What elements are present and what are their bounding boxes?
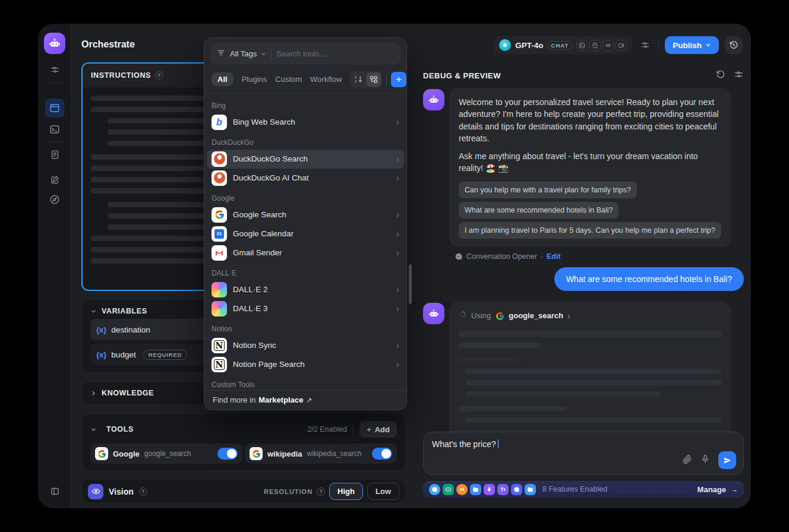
tab-all[interactable]: All xyxy=(212,72,233,86)
bot-message-bubble: Welcome to your personalized travel serv… xyxy=(449,88,731,247)
compass-icon[interactable] xyxy=(45,190,64,209)
help-icon[interactable]: ? xyxy=(317,487,325,496)
create-tool-button[interactable] xyxy=(391,72,406,87)
tool-row-dalle-2[interactable]: DALL·E 2 xyxy=(207,280,404,299)
sidebar xyxy=(38,24,71,508)
filter-icon xyxy=(217,49,225,59)
loading-skeleton xyxy=(459,331,722,423)
marketplace-link[interactable]: Marketplace xyxy=(258,395,303,404)
suggestion-pill[interactable]: I am planning travel to Paris for 5 days… xyxy=(459,222,721,239)
tool-call-name: google_search xyxy=(509,311,563,322)
message-input[interactable]: What's the price? xyxy=(432,439,735,449)
tools-header[interactable]: TOOLS 2/2 Enabled Add xyxy=(90,421,397,438)
wikipedia-toggle[interactable] xyxy=(372,448,392,460)
tab-workflow[interactable]: Workflow xyxy=(310,75,342,84)
app-logo-robot-icon xyxy=(44,33,65,54)
all-tags-dropdown[interactable]: All Tags xyxy=(230,49,266,58)
tool-row-google-search[interactable]: Google Search xyxy=(207,205,404,224)
tool-row-notion-sync[interactable]: N Notion Sync xyxy=(207,336,404,355)
version-history-icon[interactable] xyxy=(725,36,743,54)
video-icon xyxy=(616,40,627,51)
text-caret xyxy=(498,439,499,448)
tool-chip-wikipedia[interactable]: wikipedia wikipedia_search xyxy=(245,444,397,464)
document-icon xyxy=(589,40,601,51)
google-icon xyxy=(212,207,227,223)
view-toggle-group: AZ xyxy=(350,71,382,88)
scrollbar[interactable] xyxy=(409,264,412,304)
bot-message: Welcome to your personalized travel serv… xyxy=(423,88,744,247)
chat-bubble-icon xyxy=(455,252,463,261)
popup-tool-list: Bing b Bing Web Search DuckDuckGo DuckDu… xyxy=(204,93,406,390)
group-label: Bing xyxy=(212,102,399,110)
tab-custom[interactable]: Custom xyxy=(275,75,302,84)
sidebar-divider xyxy=(46,83,64,83)
chevron-down-icon xyxy=(90,426,97,433)
tools-popup: All Tags All Plugins Custom Workflow AZ xyxy=(204,37,407,410)
help-icon[interactable]: ? xyxy=(155,71,163,80)
sidebar-divider xyxy=(46,141,64,142)
header-separator xyxy=(658,40,659,50)
group-view-icon[interactable] xyxy=(367,72,381,87)
files-feature-icon xyxy=(470,484,481,495)
layout-settings-icon[interactable] xyxy=(638,38,652,52)
using-label: Using xyxy=(471,311,491,322)
tool-chip-google[interactable]: Google google_search xyxy=(90,444,242,464)
tool-call-bubble: Using google_search › xyxy=(449,302,731,450)
popup-footer: Find more in Marketplace ↗ xyxy=(204,390,406,410)
microphone-icon[interactable] xyxy=(700,454,710,466)
group-label: DALL·E xyxy=(212,269,399,277)
flash-chat-feature-icon xyxy=(511,484,522,495)
app-window: Orchestrate GPT-4o CHAT Publish xyxy=(38,24,751,508)
welcome-paragraph: Ask me anything about travel - let's tur… xyxy=(459,150,722,175)
tools-section: TOOLS 2/2 Enabled Add Google google_sear… xyxy=(81,413,406,471)
resolution-low-button[interactable]: Low xyxy=(367,483,399,500)
chat-feature-icon xyxy=(429,484,440,495)
suggestion-pill[interactable]: Can you help me with a travel plan for f… xyxy=(459,182,637,198)
restart-chat-icon[interactable] xyxy=(715,69,725,82)
suggestion-pill[interactable]: What are some recommended hotels in Bali… xyxy=(459,202,618,218)
publish-button[interactable]: Publish xyxy=(665,36,719,54)
help-icon[interactable]: ? xyxy=(139,487,147,496)
terminal-icon[interactable] xyxy=(45,120,64,139)
google-calendar-icon: 31 xyxy=(212,226,227,242)
edit-opener-link[interactable]: Edit xyxy=(547,252,561,261)
resolution-high-button[interactable]: High xyxy=(329,483,363,500)
chat-settings-icon[interactable] xyxy=(734,69,744,82)
required-badge: REQUIRED xyxy=(143,350,188,360)
features-count-label: 8 Features Enabled xyxy=(542,485,607,493)
attach-paperclip-icon[interactable] xyxy=(682,454,692,467)
compose-icon[interactable] xyxy=(45,170,64,189)
group-label: Notion xyxy=(212,325,399,333)
sort-az-icon[interactable]: AZ xyxy=(351,72,365,87)
group-label: DuckDuckGo xyxy=(212,138,399,147)
google-toggle[interactable] xyxy=(217,448,238,460)
document-icon[interactable] xyxy=(45,145,64,164)
model-selector[interactable]: GPT-4o CHAT xyxy=(494,36,632,54)
send-button[interactable] xyxy=(718,451,736,469)
add-tool-button[interactable]: Add xyxy=(359,421,397,438)
chat-input[interactable]: What's the price? xyxy=(423,432,744,475)
conversation-opener-row: Conversation Opener · Edit xyxy=(455,252,744,261)
tool-row-bing-web-search[interactable]: b Bing Web Search xyxy=(207,113,404,132)
tool-row-dalle-3[interactable]: DALL·E 3 xyxy=(207,299,404,318)
browser-icon[interactable] xyxy=(45,99,64,118)
audio-icon xyxy=(602,40,614,51)
bot-avatar xyxy=(423,303,444,324)
memo-feature-icon xyxy=(443,484,454,495)
page-title: Orchestrate xyxy=(81,39,135,50)
manage-features-link[interactable]: Manage xyxy=(698,485,738,494)
notion-icon: N xyxy=(212,338,227,353)
collapse-sidebar-icon[interactable] xyxy=(45,482,64,501)
tool-row-gmail-sender[interactable]: Gmail Sender xyxy=(207,243,404,262)
tool-row-duckduckgo-ai-chat[interactable]: DuckDuckGo AI Chat xyxy=(207,169,404,188)
tool-row-duckduckgo-search[interactable]: DuckDuckGo Search xyxy=(207,150,404,169)
tool-call-chip[interactable]: Using google_search › xyxy=(459,310,722,322)
tool-row-google-calendar[interactable]: 31 Google Calendar xyxy=(207,224,404,243)
group-label: Custom Tools xyxy=(212,381,399,389)
welcome-paragraph: Welcome to your personalized travel serv… xyxy=(459,96,722,144)
settings-sliders-icon[interactable] xyxy=(45,60,64,79)
tool-row-notion-page-search[interactable]: N Notion Page Search xyxy=(207,355,404,374)
tab-plugins[interactable]: Plugins xyxy=(242,75,267,84)
search-tools-input[interactable] xyxy=(276,49,365,58)
svg-text:Z: Z xyxy=(354,80,356,84)
